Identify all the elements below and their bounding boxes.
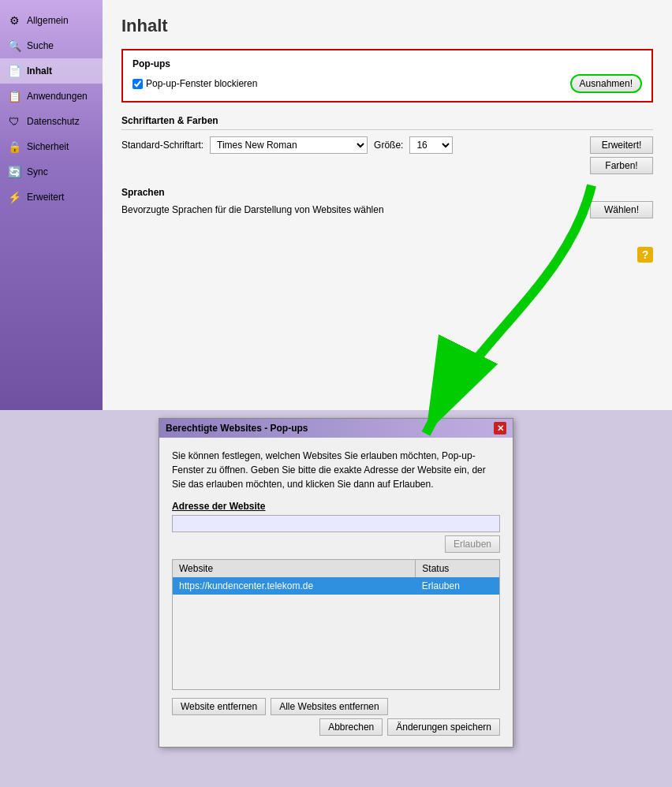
remove-all-websites-button[interactable]: Alle Websites entfernen [271, 698, 388, 715]
size-label: Größe: [374, 140, 403, 151]
sidebar-item-anwendungen[interactable]: 📋 Anwendungen [0, 84, 103, 109]
cell-status: Erlauben [416, 577, 500, 595]
address-label: Adresse der Website [172, 501, 500, 512]
bottom-buttons-row2: Abbrechen Änderungen speichern [172, 718, 500, 736]
erweitert-icon: ⚡ [6, 189, 22, 205]
page-title: Inhalt [121, 16, 653, 36]
sidebar-item-label: Sync [27, 166, 48, 177]
table-body: https://kundencenter.telekom.de Erlauben [173, 577, 500, 689]
sidebar-item-label: Suche [27, 40, 54, 51]
dialog-titlebar: Berechtigte Websites - Pop-ups ✕ [159, 419, 513, 438]
dialog-description: Sie können festlegen, welchen Websites S… [172, 449, 500, 491]
cancel-button[interactable]: Abbrechen [319, 718, 383, 736]
sidebar-item-label: Anwendungen [27, 91, 88, 102]
sync-icon: 🔄 [6, 164, 22, 180]
remove-website-button[interactable]: Website entfernen [172, 698, 266, 715]
sidebar-item-allgemein[interactable]: ⚙ Allgemein [0, 8, 103, 33]
dialog-close-button[interactable]: ✕ [494, 422, 506, 435]
font-size-select[interactable]: 16 [409, 136, 453, 154]
dialog: Berechtigte Websites - Pop-ups ✕ Sie kön… [159, 418, 513, 748]
save-button[interactable]: Änderungen speichern [387, 718, 500, 736]
dialog-wrapper: Berechtigte Websites - Pop-ups ✕ Sie kön… [0, 410, 672, 763]
sicherheit-icon: 🔒 [6, 139, 22, 155]
sprachen-section: Sprachen Bevorzugte Sprachen für die Dar… [121, 187, 653, 218]
sidebar-item-sicherheit[interactable]: 🔒 Sicherheit [0, 134, 103, 159]
popups-label: Pop-ups [133, 58, 642, 69]
col-website: Website [173, 560, 416, 578]
popups-section: Pop-ups Pop-up-Fenster blockieren Ausnah… [121, 49, 653, 103]
address-input[interactable] [172, 515, 500, 532]
sprachen-label: Sprachen [121, 187, 653, 198]
websites-table: Website Status https://kundencenter.tele… [172, 559, 500, 690]
popup-block-checkbox[interactable] [133, 79, 143, 89]
suche-icon: 🔍 [6, 38, 22, 54]
popup-block-label[interactable]: Pop-up-Fenster blockieren [133, 78, 257, 89]
sidebar-item-label: Inhalt [27, 65, 52, 76]
erlauben-button[interactable]: Erlauben [445, 535, 500, 553]
table-empty-row [173, 595, 500, 689]
popup-block-text: Pop-up-Fenster blockieren [146, 78, 257, 89]
col-status: Status [416, 560, 500, 578]
sidebar-item-label: Sicherheit [27, 141, 69, 152]
table-row[interactable]: https://kundencenter.telekom.de Erlauben [173, 577, 500, 595]
dialog-content: Sie können festlegen, welchen Websites S… [159, 438, 513, 747]
sprachen-desc: Bevorzugte Sprachen für die Darstellung … [121, 204, 384, 215]
datenschutz-icon: 🛡 [6, 114, 22, 129]
sidebar: ⚙ Allgemein 🔍 Suche 📄 Inhalt 📋 Anwendung… [0, 0, 103, 410]
schriftarten-buttons: Erweitert! Farben! [590, 136, 653, 174]
schriftarten-label: Schriftarten & Farben [121, 115, 653, 130]
dialog-title: Berechtigte Websites - Pop-ups [166, 423, 308, 434]
cell-website: https://kundencenter.telekom.de [173, 577, 416, 595]
erweitert-button[interactable]: Erweitert! [590, 136, 653, 154]
sidebar-item-label: Allgemein [27, 15, 69, 26]
font-select[interactable]: Times New Roman [210, 136, 368, 154]
allgemein-icon: ⚙ [6, 13, 22, 28]
sidebar-item-label: Datenschutz [27, 116, 80, 127]
inhalt-icon: 📄 [6, 63, 22, 79]
bottom-buttons-row1: Website entfernen Alle Websites entferne… [172, 698, 500, 715]
farben-button[interactable]: Farben! [590, 157, 653, 174]
sidebar-item-label: Erweitert [27, 192, 64, 203]
sidebar-item-sync[interactable]: 🔄 Sync [0, 159, 103, 185]
standard-schriftart-label: Standard-Schriftart: [121, 140, 203, 151]
waehlen-button[interactable]: Wählen! [590, 201, 653, 218]
anwendungen-icon: 📋 [6, 88, 22, 104]
help-icon[interactable]: ? [637, 247, 653, 263]
schriftarten-section: Schriftarten & Farben Standard-Schriftar… [121, 115, 653, 174]
sidebar-item-datenschutz[interactable]: 🛡 Datenschutz [0, 109, 103, 134]
ausnahmen-button[interactable]: Ausnahmen! [570, 74, 642, 93]
sidebar-item-erweitert[interactable]: ⚡ Erweitert [0, 185, 103, 210]
content-area: Inhalt Pop-ups Pop-up-Fenster blockieren… [103, 0, 672, 410]
sidebar-item-suche[interactable]: 🔍 Suche [0, 33, 103, 58]
sidebar-item-inhalt[interactable]: 📄 Inhalt [0, 58, 103, 84]
